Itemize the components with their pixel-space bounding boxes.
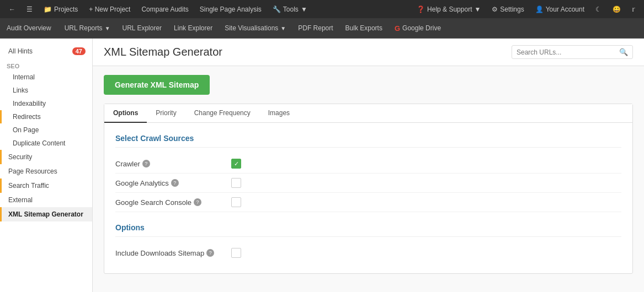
top-nav: ← ☰ 📁 Projects + New Project Compare Aud… [0,0,644,18]
url-search-input[interactable] [517,48,619,56]
google-analytics-help-icon[interactable]: ? [171,179,179,187]
sidebar-item-indexability[interactable]: Indexability [0,97,92,110]
tab-images[interactable]: Images [259,104,299,123]
tab-change-frequency[interactable]: Change Frequency [185,104,259,123]
crawler-label: Crawler ? [115,160,226,168]
sidebar-item-page-resources[interactable]: Page Resources [0,164,92,179]
second-nav: Audit Overview URL Reports ▼ URL Explore… [0,18,644,39]
crawl-sources-title: Select Crawl Sources [115,134,621,148]
page-title: XML Sitemap Generator [104,46,222,58]
dark-mode-button[interactable]: ☾ [591,3,606,15]
google-analytics-label: Google Analytics ? [115,179,226,187]
tabs-container: Options Priority Change Frequency Images [104,104,632,123]
sidebar: All Hints 47 SEO Internal Links Indexabi… [0,39,93,292]
all-hints-badge: 47 [72,47,86,55]
emoji-button[interactable]: 😀 [608,3,625,15]
crawler-help-icon[interactable]: ? [142,160,150,167]
pdf-report-button[interactable]: PDF Report [292,21,338,35]
google-search-console-option-row: Google Search Console ? [115,193,621,212]
top-nav-right: ❓ Help & Support ▼ ⚙ Settings 👤 Your Acc… [412,3,640,15]
gear-icon: ⚙ [492,6,498,13]
link-explorer-button[interactable]: Link Explorer [168,21,218,35]
projects-button[interactable]: 📁 Projects [39,3,82,15]
google-drive-button[interactable]: G Google Drive [389,21,446,36]
user-icon: 👤 [535,6,544,13]
sidebar-item-external[interactable]: External [0,193,92,207]
url-reports-button[interactable]: URL Reports ▼ [59,21,116,35]
sidebar-item-redirects[interactable]: Redirects [0,110,92,123]
google-analytics-option-row: Google Analytics ? [115,174,621,193]
twitter-button[interactable]: 𝕣 [627,3,640,15]
seo-section-label: SEO [0,60,92,71]
google-search-console-label: Google Search Console ? [115,198,226,207]
sidebar-item-on-page[interactable]: On Page [0,123,92,137]
sidebar-item-duplicate-content[interactable]: Duplicate Content [0,137,92,150]
include-downloads-checkbox[interactable] [231,248,241,258]
single-page-analysis-button[interactable]: Single Page Analysis [195,3,266,15]
include-downloads-option-row: Include Downloads Sitemap ? [115,244,621,262]
page-header: XML Sitemap Generator 🔍 [93,39,644,66]
tools-button[interactable]: 🔧 Tools ▼ [268,3,312,15]
new-project-button[interactable]: + New Project [84,3,135,15]
include-downloads-help-icon[interactable]: ? [206,249,214,257]
tab-options-content: Select Crawl Sources Crawler ? ✓ Google … [104,123,632,273]
google-g-icon: G [395,24,400,33]
url-explorer-button[interactable]: URL Explorer [117,21,168,35]
all-hints-item[interactable]: All Hints 47 [0,43,92,60]
content-body: Generate XML Sitemap Options Priority Ch… [93,66,644,283]
folder-icon: 📁 [44,6,52,13]
url-reports-dropdown-arrow: ▼ [105,25,110,31]
help-support-button[interactable]: ❓ Help & Support ▼ [412,3,485,15]
settings-icon-button[interactable]: ☰ [22,3,37,15]
tab-priority[interactable]: Priority [147,104,185,123]
options-section-title: Options [115,223,621,237]
tools-dropdown-arrow: ▼ [301,6,307,13]
bulk-exports-button[interactable]: Bulk Exports [340,21,388,35]
help-icon: ❓ [417,6,425,13]
your-account-button[interactable]: 👤 Your Account [531,3,589,15]
crawler-checkbox[interactable]: ✓ [231,159,241,169]
wrench-icon: 🔧 [273,6,281,13]
search-icon: 🔍 [619,48,628,56]
url-search-box: 🔍 [512,45,633,59]
site-visualisations-button[interactable]: Site Visualisations ▼ [219,21,291,35]
content-area: XML Sitemap Generator 🔍 Generate XML Sit… [93,39,644,292]
crawler-option-row: Crawler ? ✓ [115,154,621,174]
sidebar-item-internal[interactable]: Internal [0,71,92,84]
google-analytics-checkbox[interactable] [231,178,241,188]
site-vis-dropdown-arrow: ▼ [280,25,286,31]
help-dropdown-arrow: ▼ [474,6,481,13]
include-downloads-label: Include Downloads Sitemap ? [115,249,226,257]
settings-button[interactable]: ⚙ Settings [487,3,528,15]
google-search-console-help-icon[interactable]: ? [194,198,201,206]
sidebar-item-links[interactable]: Links [0,84,92,97]
tab-options[interactable]: Options [104,104,147,123]
main-layout: All Hints 47 SEO Internal Links Indexabi… [0,39,644,292]
generate-xml-sitemap-button[interactable]: Generate XML Sitemap [104,75,210,95]
google-search-console-checkbox[interactable] [231,197,241,207]
back-button[interactable]: ← [4,3,20,15]
options-section: Options Include Downloads Sitemap ? [115,223,621,262]
sidebar-item-search-traffic[interactable]: Search Traffic [0,179,92,193]
sidebar-item-security[interactable]: Security [0,150,92,164]
main-panel: Options Priority Change Frequency Images… [104,104,633,274]
audit-title: Audit Overview [7,24,51,32]
compare-audits-button[interactable]: Compare Audits [137,3,193,15]
sidebar-item-xml-sitemap[interactable]: XML Sitemap Generator [0,207,92,221]
